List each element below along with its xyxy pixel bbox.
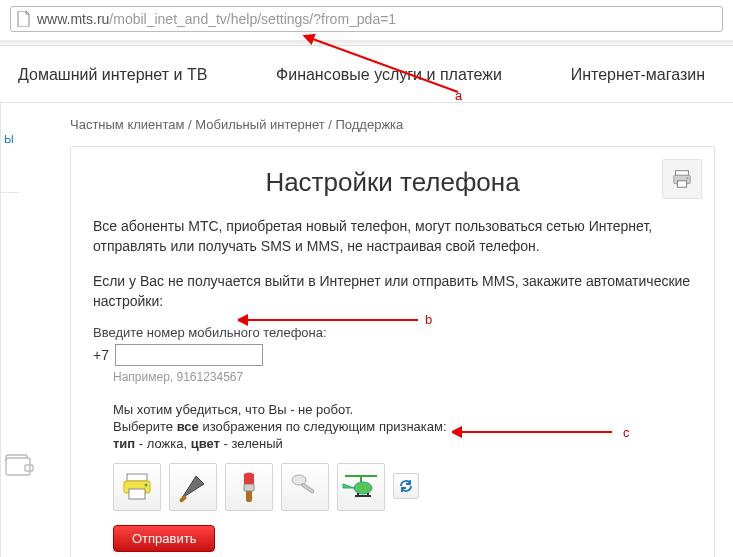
captcha-block: Мы хотим убедиться, что Вы - не робот. В… [113,402,692,511]
print-button[interactable] [662,159,702,199]
svg-rect-16 [360,476,362,482]
spoon-icon [288,470,322,504]
wallet-icon[interactable] [5,453,35,481]
captcha-option-printer[interactable] [113,463,161,511]
intro-text: Все абоненты МТС, приобретая новый телеф… [93,216,692,257]
left-sidebar: Ы [0,103,58,557]
nav-home-internet-tv[interactable]: Домашний интернет и ТВ [18,66,207,84]
main-card: Настройки телефона Все абоненты МТС, при… [70,146,715,557]
svg-point-9 [145,484,148,487]
sidebar-stub: Ы [1,133,19,193]
page-icon [17,11,31,27]
breadcrumb-link[interactable]: Мобильный интернет [195,117,324,132]
captcha-text: Мы хотим убедиться, что Вы - не робот. [113,402,692,417]
svg-rect-0 [6,458,30,475]
svg-point-5 [687,177,689,179]
trowel-icon [176,470,210,504]
nav-shop[interactable]: Интернет-магазин [571,66,705,84]
breadcrumb: Частным клиентам / Мобильный интернет / … [70,117,715,132]
browser-address-bar[interactable]: www.mts.ru/mobil_inet_and_tv/help/settin… [10,6,723,32]
svg-rect-8 [129,489,145,499]
captcha-text: тип - ложка, цвет - зеленый [113,436,692,451]
captcha-images [113,463,692,511]
svg-rect-14 [301,483,314,493]
helicopter-icon [341,470,381,504]
phone-input[interactable] [115,344,263,366]
phone-prefix: +7 [93,347,109,363]
phone-label: Введите номер мобильного телефона: [93,325,692,340]
printer-icon [120,470,154,504]
svg-rect-1 [25,465,33,471]
submit-button[interactable]: Отправить [113,525,215,552]
captcha-option-spoon[interactable] [281,463,329,511]
captcha-option-trowel[interactable] [169,463,217,511]
refresh-icon [398,478,414,494]
captcha-text: Выберите все изображения по следующим пр… [113,419,692,434]
intro-text: Если у Вас не получается выйти в Интерне… [93,271,692,312]
brush-icon [232,470,266,504]
svg-rect-4 [677,181,686,187]
svg-rect-11 [246,490,252,502]
page-title: Настройки телефона [93,167,692,198]
url-text: www.mts.ru/mobil_inet_and_tv/help/settin… [37,11,396,27]
breadcrumb-link[interactable]: Частным клиентам [70,117,185,132]
svg-point-17 [354,482,372,494]
captcha-refresh-button[interactable] [393,473,419,499]
captcha-option-helicopter[interactable] [337,463,385,511]
breadcrumb-link[interactable]: Поддержка [336,117,404,132]
top-nav: Домашний интернет и ТВ Финансовые услуги… [0,46,733,102]
captcha-option-brush[interactable] [225,463,273,511]
printer-icon [671,168,693,190]
phone-example: Например, 9161234567 [113,370,692,384]
nav-finance[interactable]: Финансовые услуги и платежи [276,66,502,84]
svg-rect-12 [244,484,254,491]
svg-rect-6 [127,474,147,481]
svg-rect-2 [676,171,689,176]
